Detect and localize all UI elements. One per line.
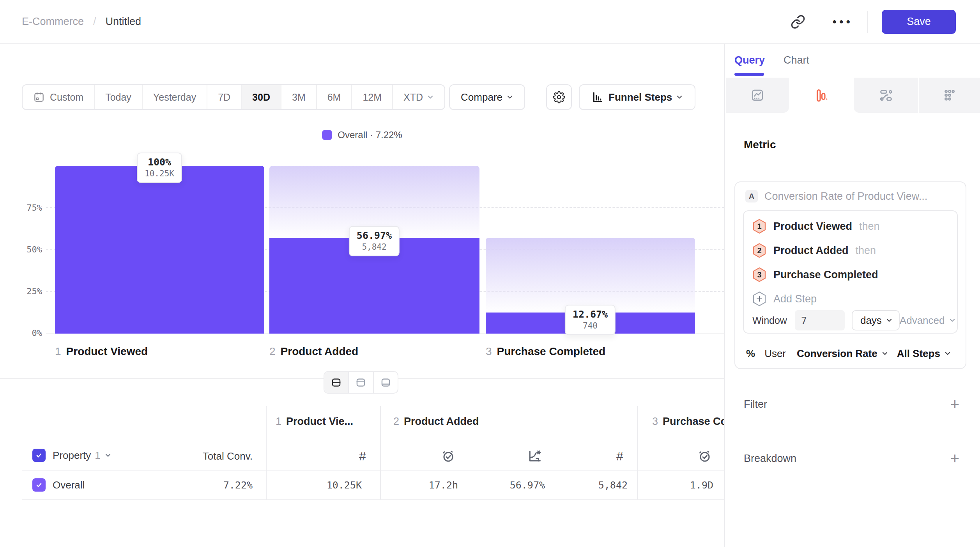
charttype-funnel-tab[interactable] [789,78,854,113]
cell-total-conv: 7.22% [223,480,253,491]
funnel-steps-card: 1 Product Viewed then 2 Product Added th… [743,210,958,334]
percent-icon: % [746,348,755,360]
chevron-down-icon [676,94,683,101]
table-row: Overall [32,478,85,492]
cell-step2-rate: 56.97% [510,480,545,491]
add-filter-button[interactable]: + [950,397,959,411]
chart-type-button[interactable]: Funnel Steps [579,84,695,110]
range-yesterday[interactable]: Yesterday [142,85,207,109]
charttype-flow-tab[interactable] [854,78,918,113]
x-label-step3: 3 Purchase Completed [486,345,605,358]
filter-section: Filter + [744,397,959,411]
table-header-border [22,470,724,471]
query-panel: Query Chart Metric A Conversion Rate of … [724,44,980,547]
row-checkbox[interactable] [32,478,46,492]
layout-toggle [324,371,398,394]
add-step-row[interactable]: Add Step [752,287,948,311]
column-separator [266,406,267,500]
step-event-name: Purchase Completed [773,269,878,281]
x-label-step1: 1 Product Viewed [55,345,148,358]
range-12m[interactable]: 12M [351,85,392,109]
chevron-down-icon [881,350,888,357]
checkmark-icon [35,481,42,488]
layout-chart-only-button[interactable] [348,372,373,393]
range-custom[interactable]: Custom [23,85,94,109]
metric-selector[interactable]: A Conversion Rate of Product View... [745,190,927,202]
share-link-button[interactable] [789,12,807,31]
measure-scope-dropdown[interactable]: All Steps [897,348,951,360]
breadcrumb-separator: / [93,16,96,28]
table-group-step1: 1Product Vie... [276,416,353,428]
range-30d-selected[interactable]: 30D [241,85,281,109]
metric-label: Conversion Rate of Product View... [764,190,927,202]
step-event-name: Product Viewed [773,220,852,233]
link-icon [791,14,805,29]
flow-sankey-icon [879,88,893,102]
add-breakdown-button[interactable]: + [950,451,959,465]
range-xtd[interactable]: XTD [392,85,444,109]
column-separator [637,406,638,500]
chart-legend[interactable]: Overall · 7.22% [0,130,724,140]
table-group-step2: 2Product Added [393,416,479,428]
breadcrumb-parent[interactable]: E-Commerce [22,16,84,28]
group-name: Product Added [404,416,479,427]
step-number: 3 [486,345,492,358]
breakdown-section: Breakdown + [744,451,959,465]
step-then-label: then [859,220,880,233]
range-3m[interactable]: 3M [281,85,316,109]
advanced-dropdown[interactable]: Advanced [900,314,956,327]
chevron-down-icon [427,94,434,101]
select-all-checkbox[interactable] [32,449,46,462]
layout-table-only-button[interactable] [373,372,398,393]
table-group-step3: 3Purchase Completed [652,416,724,428]
x-label-step2: 2 Product Added [269,345,358,358]
cell-step2-count: 5,842 [598,480,628,491]
save-button[interactable]: Save [882,10,956,34]
step-row-1[interactable]: 1 Product Viewed then [752,214,948,238]
measure-type-dropdown[interactable]: Conversion Rate [797,348,888,360]
add-step-badge [752,291,766,307]
metric-badge: A [745,190,758,202]
hexagon-plus-icon [752,291,766,307]
tab-query[interactable]: Query [734,54,765,66]
data-label-step1: 100% 10.25K [137,153,182,183]
step-badge-number: 2 [752,243,766,258]
measure-entity[interactable]: User [764,348,786,360]
more-menu-button[interactable]: ••• [832,15,853,28]
data-label-step3: 12.67% 740 [565,305,616,335]
date-range-segmented-control: Custom Today Yesterday 7D 30D 3M 6M 12M … [22,84,445,110]
tab-chart[interactable]: Chart [784,54,809,66]
chart-settings-button[interactable] [546,84,572,110]
dots-grid-icon [943,88,957,102]
step-name: Purchase Completed [497,345,606,358]
step-row-2[interactable]: 2 Product Added then [752,238,948,263]
breakdown-label: Breakdown [744,453,796,465]
range-6m[interactable]: 6M [316,85,352,109]
range-7d[interactable]: 7D [207,85,241,109]
charttype-line-tab[interactable] [726,78,789,113]
chart-toolbar: Custom Today Yesterday 7D 30D 3M 6M 12M … [22,84,695,110]
layout-split-button[interactable] [324,372,348,393]
window-unit-dropdown[interactable]: days [852,310,900,330]
step-number: 2 [269,345,276,358]
y-tick-0: 0% [11,328,42,339]
funnel-bar-step1[interactable] [55,166,264,334]
layout-split-icon [331,377,341,388]
step-row-3[interactable]: 3 Purchase Completed [752,263,948,287]
step-badge-1: 1 [752,218,766,234]
charttype-journey-tab[interactable] [919,78,980,113]
count-column-header: # [611,448,628,465]
breadcrumb-current[interactable]: Untitled [106,16,142,28]
property-label: Property [53,449,91,462]
step-badge-number: 3 [752,267,766,282]
property-dropdown[interactable]: Property 1 [53,449,111,462]
compare-label: Compare [461,91,502,103]
y-tick-75: 75% [11,202,42,213]
group-number: 2 [393,416,399,427]
range-today[interactable]: Today [94,85,142,109]
compare-button[interactable]: Compare [449,84,525,110]
group-name: Product Vie... [286,416,353,427]
row-name: Overall [53,479,85,491]
legend-label: Overall · 7.22% [338,130,402,140]
window-value-input[interactable] [795,310,845,330]
